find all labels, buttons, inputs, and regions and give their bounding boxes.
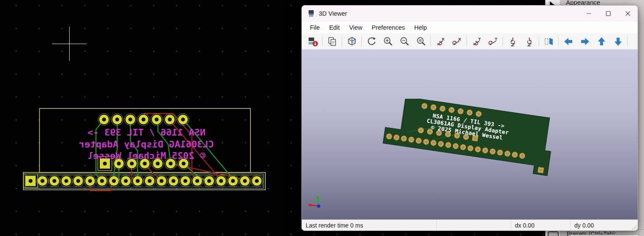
menu-view[interactable]: View: [344, 22, 367, 33]
silk-line-2: CL3061AG Display Adapter: [79, 139, 214, 150]
status-render-time: Last render time 0 ms: [302, 220, 436, 230]
maximize-button[interactable]: [599, 6, 618, 22]
3d-board: NSA 1166 / TIL 393 -> CL3061AG Display A…: [382, 99, 564, 179]
move-left-icon: [563, 36, 574, 47]
menu-file[interactable]: File: [305, 22, 324, 33]
toolbar-button-rotate-y-ccw[interactable]: [485, 35, 501, 48]
toolbar-button-move-up[interactable]: [593, 35, 610, 48]
3d-viewer-window: 3D Viewer File Edit View Preferences Hel…: [301, 5, 638, 231]
pcb-board-layout: NSA 1166 / TIL 393 -> CL3061AG Display A…: [0, 0, 297, 236]
minimize-icon: [586, 11, 591, 16]
resize-grip[interactable]: [632, 225, 637, 230]
toolbar-button-zoom-in[interactable]: [380, 35, 396, 48]
back-silkscreen-text: NSA 1166 / TIL 393 -> CL3061AG Display A…: [79, 127, 214, 161]
toolbar-button-rotate-x-cw[interactable]: [432, 35, 449, 48]
flip-board-icon: [543, 36, 554, 47]
rotate-z-clockwise-icon: [507, 36, 518, 47]
status-dy: dy 0.00: [570, 220, 638, 230]
zoom-to-fit-icon: [416, 36, 427, 47]
toolbar-button-move-right[interactable]: [577, 35, 593, 48]
status-dx: dx 0.00: [511, 220, 570, 230]
move-right-icon: [579, 36, 591, 47]
title-bar[interactable]: 3D Viewer: [302, 6, 638, 22]
toolbar-button-zoom-to-fit[interactable]: [413, 35, 429, 48]
toolbar-button-rotate-z-ccw[interactable]: [521, 35, 537, 48]
toolbar-button-rotate-x-ccw[interactable]: [449, 35, 465, 48]
zoom-in-icon: [382, 36, 394, 47]
menu-edit[interactable]: Edit: [324, 22, 344, 33]
silk-line-3: © 2025 Michael Wessel: [87, 150, 205, 161]
maximize-icon: [606, 11, 611, 16]
toolbar-button-render-engine[interactable]: [343, 35, 360, 48]
silk-line-1: NSA 1166 / TIL 393 ->: [87, 127, 205, 138]
rotate-z-counterclockwise-icon: [524, 36, 535, 47]
move-up-icon: [596, 36, 607, 47]
window-title: 3D Viewer: [319, 10, 347, 17]
status-empty-cell: [436, 220, 511, 230]
render-cube-icon: [346, 36, 357, 47]
rotate-x-clockwise-icon: [435, 36, 446, 47]
copy-clipboard-icon: [327, 36, 338, 47]
menu-help[interactable]: Help: [410, 22, 432, 33]
board-setup-icon[interactable]: [548, 231, 559, 236]
menu-preferences[interactable]: Preferences: [367, 22, 410, 33]
axis-orientation-widget: [306, 193, 323, 210]
3d-viewer-app-icon: [308, 10, 315, 18]
zoom-out-icon: [399, 36, 410, 47]
status-bar: Last render time 0 ms dx 0.00 dy 0.00: [302, 219, 638, 230]
close-icon: [625, 11, 630, 16]
toolbar: [302, 33, 638, 49]
toolbar-button-move-left[interactable]: [560, 35, 577, 48]
close-button[interactable]: [618, 6, 638, 22]
redraw-icon: [366, 36, 377, 47]
menu-bar: File Edit View Preferences Help: [302, 22, 638, 33]
minimize-button[interactable]: [579, 6, 599, 22]
rotate-x-counterclockwise-icon: [452, 36, 463, 47]
toolbar-button-copy-3d-image[interactable]: [324, 35, 340, 48]
toolbar-button-redraw[interactable]: [363, 35, 380, 48]
rotate-y-clockwise-icon: [471, 36, 482, 47]
toolbar-button-flip-board[interactable]: [540, 35, 557, 48]
reload-board-icon: [307, 36, 318, 47]
toolbar-button-rotate-z-cw[interactable]: [504, 35, 521, 48]
toolbar-button-zoom-out[interactable]: [396, 35, 413, 48]
rotate-y-counterclockwise-icon: [488, 36, 499, 47]
toolbar-button-rotate-y-cw[interactable]: [468, 35, 485, 48]
3d-viewport[interactable]: NSA 1166 / TIL 393 -> CL3061AG Display A…: [302, 49, 638, 219]
presets-combobox[interactable]: [570, 234, 639, 236]
toolbar-button-reload-board[interactable]: [304, 35, 321, 48]
toolbar-button-move-down[interactable]: [610, 35, 626, 48]
move-down-icon: [613, 36, 624, 47]
